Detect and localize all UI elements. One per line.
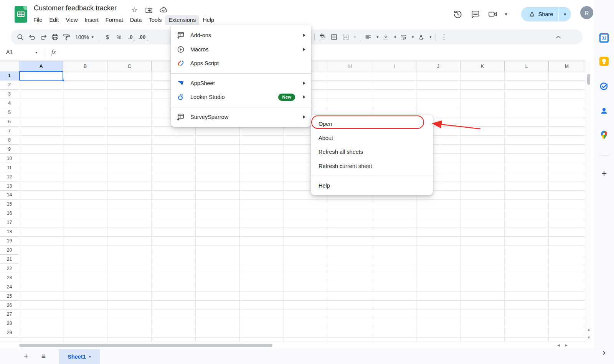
contacts-icon[interactable] — [599, 106, 609, 117]
menubar-item-view[interactable]: View — [62, 15, 81, 25]
menubar-item-file[interactable]: File — [30, 15, 46, 25]
submenu-item-refresh-all-sheets[interactable]: Refresh all sheets — [311, 145, 433, 159]
merge-caret-icon[interactable]: ▾ — [352, 31, 358, 43]
hide-toolbar-icon[interactable] — [553, 31, 564, 43]
horizontal-scrollbar[interactable]: ◀ ▶ — [0, 342, 585, 348]
extensions-menu-item-macros[interactable]: Macros — [171, 43, 311, 57]
search-icon[interactable] — [15, 31, 26, 43]
column-header-k[interactable]: K — [460, 61, 505, 71]
row-header-1[interactable]: 1 — [0, 71, 19, 81]
decrease-decimal-icon[interactable]: .0← — [125, 31, 136, 43]
name-box[interactable]: A1 — [6, 49, 13, 55]
column-header-j[interactable]: J — [416, 61, 460, 71]
column-header-m[interactable]: M — [549, 61, 585, 71]
format-percent-icon[interactable]: % — [113, 31, 125, 43]
horizontal-align-icon[interactable] — [363, 31, 374, 43]
document-title[interactable]: Customer feedback tracker — [34, 4, 117, 12]
extensions-menu-item-looker-studio[interactable]: Looker StudioNew — [171, 90, 311, 104]
calendar-icon[interactable]: 31 — [599, 33, 609, 43]
row-header-25[interactable]: 25 — [0, 292, 19, 301]
row-header-28[interactable]: 28 — [0, 319, 19, 328]
scroll-right-icon[interactable]: ▶ — [565, 343, 568, 347]
row-header-5[interactable]: 5 — [0, 108, 19, 117]
submenu-item-about[interactable]: About — [311, 131, 433, 145]
vertical-scrollbar[interactable]: ▲ ▼ — [585, 61, 592, 342]
row-header-8[interactable]: 8 — [0, 135, 19, 145]
share-dropdown-caret[interactable]: ▾ — [559, 12, 571, 17]
row-header-4[interactable]: 4 — [0, 99, 19, 108]
add-sheet-icon[interactable]: + — [21, 351, 31, 362]
submenu-item-open[interactable]: Open — [311, 117, 433, 131]
scroll-down-icon[interactable]: ▼ — [587, 336, 591, 339]
menubar-item-insert[interactable]: Insert — [81, 15, 102, 25]
fill-color-icon[interactable] — [317, 31, 328, 43]
row-header-18[interactable]: 18 — [0, 227, 19, 237]
submenu-item-help[interactable]: Help — [311, 179, 433, 193]
more-options-icon[interactable]: ⋮ — [438, 31, 450, 43]
undo-icon[interactable] — [26, 31, 38, 43]
share-button[interactable]: Share ▾ — [521, 7, 571, 21]
text-rotation-caret-icon[interactable]: ▾ — [427, 31, 433, 43]
avatar[interactable]: R — [580, 6, 593, 19]
meet-caret-icon[interactable]: ▾ — [500, 8, 512, 20]
row-header-22[interactable]: 22 — [0, 264, 19, 273]
row-header-11[interactable]: 11 — [0, 163, 19, 172]
column-header-c[interactable]: C — [107, 61, 152, 71]
menubar-item-help[interactable]: Help — [199, 15, 218, 25]
row-header-19[interactable]: 19 — [0, 237, 19, 246]
paint-format-icon[interactable] — [61, 31, 72, 43]
row-header-26[interactable]: 26 — [0, 301, 19, 310]
column-header-h[interactable]: H — [328, 61, 372, 71]
extensions-menu-item-apps-script[interactable]: Apps Script — [171, 56, 311, 71]
row-header-6[interactable]: 6 — [0, 117, 19, 127]
row-header-2[interactable]: 2 — [0, 81, 19, 90]
expand-side-panel-icon[interactable]: › — [594, 347, 614, 358]
select-all-corner[interactable] — [0, 61, 19, 71]
name-box-caret-icon[interactable]: ▾ — [35, 50, 37, 54]
row-header-13[interactable]: 13 — [0, 181, 19, 191]
extensions-menu-item-add-ons[interactable]: Add-ons — [171, 28, 311, 43]
vertical-align-caret-icon[interactable]: ▾ — [392, 31, 398, 43]
text-wrap-icon[interactable] — [398, 31, 409, 43]
all-sheets-icon[interactable]: ≡ — [38, 351, 49, 362]
text-rotation-icon[interactable] — [416, 31, 427, 43]
maps-icon[interactable] — [600, 130, 608, 141]
row-header-12[interactable]: 12 — [0, 172, 19, 181]
tasks-icon[interactable] — [599, 81, 609, 92]
merge-cells-icon[interactable] — [340, 31, 352, 43]
meet-video-icon[interactable] — [487, 8, 499, 20]
scroll-left-icon[interactable]: ◀ — [557, 343, 560, 347]
row-header-14[interactable]: 14 — [0, 191, 19, 200]
get-add-ons-icon[interactable]: + — [594, 168, 614, 179]
row-header-23[interactable]: 23 — [0, 273, 19, 282]
menubar-item-data[interactable]: Data — [127, 15, 145, 25]
text-wrap-caret-icon[interactable]: ▾ — [409, 31, 416, 43]
submenu-item-refresh-current-sheet[interactable]: Refresh current sheet — [311, 159, 433, 173]
row-header-21[interactable]: 21 — [0, 255, 19, 264]
extensions-menu-item-surveysparrow[interactable]: SurveySparrow — [171, 110, 311, 124]
menubar-item-extensions[interactable]: Extensions — [165, 15, 199, 25]
row-header-9[interactable]: 9 — [0, 145, 19, 154]
fill-handle[interactable] — [62, 79, 64, 82]
scroll-up-icon[interactable]: ▲ — [587, 328, 591, 331]
keep-icon[interactable] — [599, 57, 609, 66]
move-to-folder-icon[interactable] — [144, 5, 154, 15]
borders-icon[interactable] — [328, 31, 340, 43]
redo-icon[interactable] — [38, 31, 49, 43]
column-header-b[interactable]: B — [63, 61, 107, 71]
google-sheets-logo-icon[interactable] — [15, 6, 27, 23]
menubar-item-format[interactable]: Format — [102, 15, 127, 25]
comments-icon[interactable] — [470, 8, 481, 20]
row-header-15[interactable]: 15 — [0, 200, 19, 209]
format-currency-icon[interactable]: $ — [102, 31, 113, 43]
sheet-tab-caret-icon[interactable]: ▾ — [89, 354, 91, 359]
row-header-7[interactable]: 7 — [0, 127, 19, 136]
column-header-i[interactable]: I — [372, 61, 416, 71]
row-header-27[interactable]: 27 — [0, 310, 19, 319]
menubar-item-edit[interactable]: Edit — [46, 15, 62, 25]
sheet-tab-sheet1[interactable]: Sheet1 ▾ — [59, 349, 100, 364]
row-header-29[interactable]: 29 — [0, 328, 19, 338]
print-icon[interactable] — [49, 31, 61, 43]
vertical-scrollbar-thumb[interactable] — [587, 74, 590, 85]
vertical-align-icon[interactable] — [380, 31, 392, 43]
